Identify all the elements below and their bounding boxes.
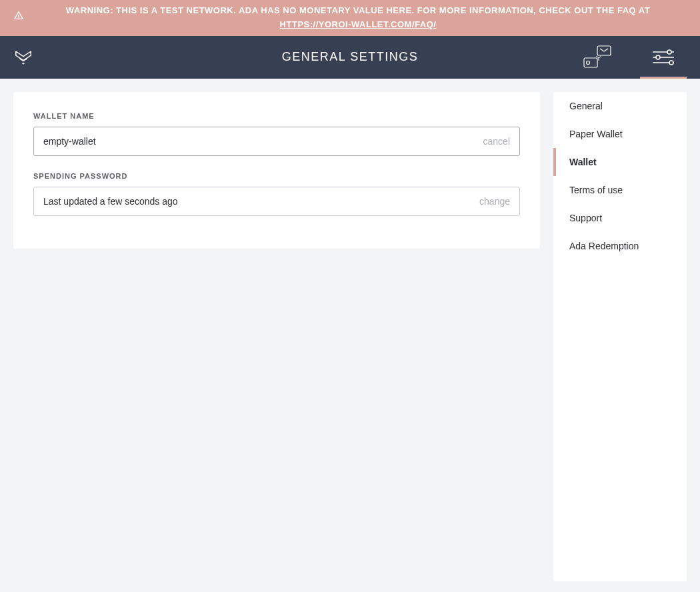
test-network-warning-banner: WARNING: THIS IS A TEST NETWORK. ADA HAS…: [0, 0, 700, 36]
wallet-stack-icon[interactable]: [573, 36, 620, 79]
wallet-name-label: WALLET NAME: [33, 112, 520, 120]
warning-triangle-icon: [13, 10, 24, 25]
settings-main-panel: WALLET NAME cancel SPENDING PASSWORD Las…: [13, 92, 540, 249]
spending-password-change-button[interactable]: change: [479, 196, 510, 207]
spending-password-field-group: SPENDING PASSWORD Last updated a few sec…: [33, 172, 520, 216]
spending-password-status: Last updated a few seconds ago: [43, 196, 479, 207]
svg-rect-0: [597, 46, 611, 55]
sidebar-item-ada-redemption[interactable]: Ada Redemption: [553, 232, 687, 260]
sidebar-item-wallet[interactable]: Wallet: [553, 148, 687, 176]
yoroi-logo-icon[interactable]: [13, 47, 33, 67]
svg-point-8: [669, 61, 673, 65]
svg-point-6: [656, 55, 660, 59]
wallet-name-input[interactable]: [43, 136, 483, 147]
sidebar-item-general[interactable]: General: [553, 92, 687, 120]
wallet-name-field-group: WALLET NAME cancel: [33, 112, 520, 156]
sidebar-item-paper-wallet[interactable]: Paper Wallet: [553, 120, 687, 148]
page-title: GENERAL SETTINGS: [282, 50, 418, 64]
svg-point-2: [587, 61, 590, 64]
wallet-name-cancel-button[interactable]: cancel: [483, 136, 510, 147]
faq-link[interactable]: HTTPS://YOROI-WALLET.COM/FAQ/: [280, 19, 437, 29]
spending-password-label: SPENDING PASSWORD: [33, 172, 520, 180]
sidebar-item-terms-of-use[interactable]: Terms of use: [553, 176, 687, 204]
topbar: GENERAL SETTINGS: [0, 36, 700, 79]
warning-text: WARNING: THIS IS A TEST NETWORK. ADA HAS…: [66, 5, 650, 15]
settings-sliders-icon[interactable]: [640, 36, 687, 79]
sidebar-item-support[interactable]: Support: [553, 204, 687, 232]
svg-point-4: [667, 50, 671, 54]
settings-sidebar-nav: General Paper Wallet Wallet Terms of use…: [553, 92, 687, 581]
